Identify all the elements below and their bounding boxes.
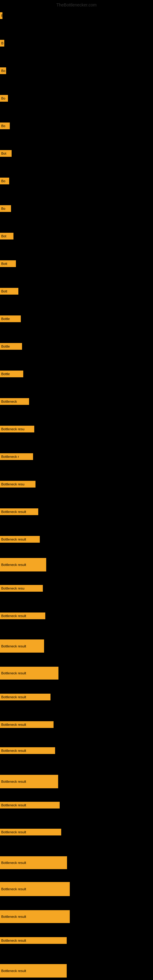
bar-item: B xyxy=(0,12,2,19)
bar-label: Bottleneck resu xyxy=(0,481,35,488)
bar-item: Bottleneck result xyxy=(0,747,55,754)
bar-item: Bottleneck resu xyxy=(0,426,34,433)
site-title: TheBottlenecker.com xyxy=(56,2,97,7)
bar-item: Bottleneck result xyxy=(0,882,70,896)
bar-label: Bot xyxy=(0,150,12,157)
bar-item: Bottleneck result xyxy=(0,964,67,978)
bar-item: Bottleneck result xyxy=(0,856,67,869)
bar-item: Bottleneck result xyxy=(0,612,45,619)
bar-item: Bottle xyxy=(0,371,23,377)
bar-label: Bottleneck r xyxy=(0,453,33,460)
bar-item: Bottleneck resu xyxy=(0,585,43,592)
bar-item: Bottle xyxy=(0,315,21,322)
bar-item: Bo xyxy=(0,205,11,212)
bar-label: Bo xyxy=(0,123,10,129)
bar-label: Bottleneck result xyxy=(0,640,44,652)
bar-label: Bottle xyxy=(0,343,22,350)
bar-label: Bottleneck resu xyxy=(0,426,34,433)
bar-item: Bottleneck result xyxy=(0,802,60,808)
bar-item: Bottleneck result xyxy=(0,775,58,788)
bar-label: Bott xyxy=(0,288,18,294)
bar-label: Bo xyxy=(0,67,6,74)
bar-label: Bottleneck result xyxy=(0,694,51,700)
bar-label: Bottleneck result xyxy=(0,829,61,835)
bar-item: Bottleneck resu xyxy=(0,481,35,488)
bar-item: Bottleneck result xyxy=(0,910,70,923)
bar-label: Bottleneck result xyxy=(0,508,38,515)
bar-label: Bottleneck result xyxy=(0,721,54,728)
bar-item: Bottleneck r xyxy=(0,453,33,460)
bar-item: B xyxy=(0,40,4,46)
bar-item: Bottleneck result xyxy=(0,694,51,700)
bar-label: B xyxy=(0,12,2,19)
bar-label: Bottleneck result xyxy=(0,747,55,754)
bar-label: Bottleneck resu xyxy=(0,585,43,592)
bar-label: Bottleneck result xyxy=(0,802,60,808)
bar-label: Bottle xyxy=(0,315,21,322)
bar-item: Bo xyxy=(0,123,10,129)
bar-label: Bottleneck result xyxy=(0,536,40,542)
bar-item: Bottleneck result xyxy=(0,829,61,835)
bar-item: Bottle xyxy=(0,343,22,350)
bar-item: Bott xyxy=(0,288,18,294)
bar-label: Bo xyxy=(0,178,9,185)
bar-label: Bottleneck result xyxy=(0,558,46,571)
bar-label: Bottleneck result xyxy=(0,882,70,896)
bar-label: Bottleneck result xyxy=(0,667,59,679)
bar-item: Bottleneck result xyxy=(0,937,67,944)
bar-label: B xyxy=(0,40,4,46)
bar-label: Bottle xyxy=(0,371,23,377)
bar-label: Bott xyxy=(0,260,16,267)
bar-item: Bo xyxy=(0,178,9,185)
bar-item: Bottleneck xyxy=(0,398,29,405)
bar-label: Bottleneck result xyxy=(0,964,67,978)
bar-label: Bottleneck result xyxy=(0,910,70,923)
bar-item: Bo xyxy=(0,67,6,74)
bar-label: Bottleneck result xyxy=(0,856,67,869)
bar-label: Bottleneck xyxy=(0,398,29,405)
bar-label: Bottleneck result xyxy=(0,775,58,788)
bar-item: Bottleneck result xyxy=(0,721,54,728)
bar-label: Bottleneck result xyxy=(0,937,67,944)
bar-item: Bottleneck result xyxy=(0,558,46,571)
bar-label: Bo xyxy=(0,205,11,212)
bar-item: Bo xyxy=(0,95,8,102)
bar-item: Bottleneck result xyxy=(0,508,38,515)
bar-item: Bottleneck result xyxy=(0,640,44,652)
bar-label: Bo xyxy=(0,95,8,102)
bar-item: Bot xyxy=(0,150,12,157)
bar-label: Bottleneck result xyxy=(0,612,45,619)
bar-item: Bot xyxy=(0,233,13,240)
bar-item: Bottleneck result xyxy=(0,536,40,542)
bar-item: Bottleneck result xyxy=(0,667,59,679)
bar-label: Bot xyxy=(0,233,13,240)
bar-item: Bott xyxy=(0,260,16,267)
